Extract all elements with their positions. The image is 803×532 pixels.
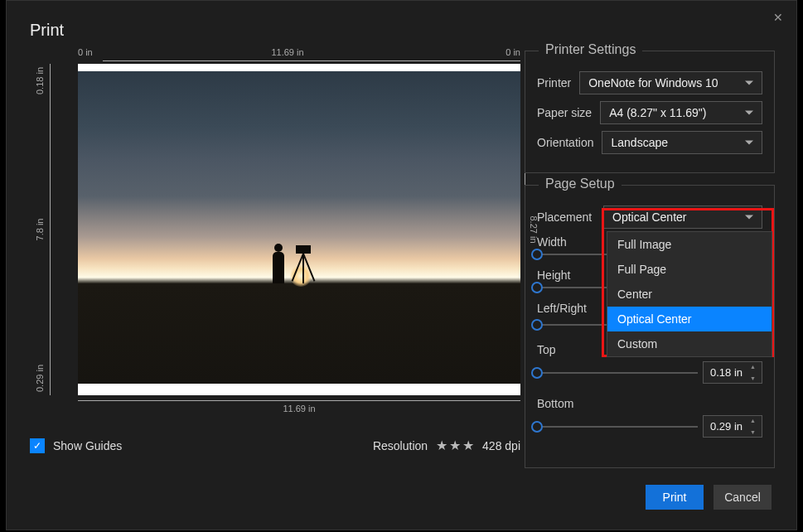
resolution-stars: ★ ★ ★ — [436, 438, 474, 453]
ruler-bottom: 11.69 in — [78, 399, 520, 415]
top-input[interactable]: 0.18 in ▲▼ — [703, 361, 762, 384]
preview-image — [78, 71, 520, 384]
ruler-top-end: 0 in — [506, 47, 520, 57]
placement-option[interactable]: Full Image — [607, 232, 772, 257]
orientation-select[interactable]: Landscape — [602, 131, 762, 154]
placement-option[interactable]: Full Page — [607, 257, 772, 282]
printer-settings-panel: Printer Settings Printer OneNote for Win… — [525, 51, 775, 173]
bottom-label: Bottom — [537, 397, 762, 410]
placement-option[interactable]: Center — [607, 282, 772, 307]
placement-option[interactable]: Optical Center — [607, 307, 772, 331]
show-guides-checkbox[interactable]: ✓ Show Guides — [30, 438, 122, 453]
star-icon: ★ — [436, 438, 447, 453]
spinner-icon[interactable]: ▲▼ — [750, 364, 758, 381]
resolution-indicator: Resolution ★ ★ ★ 428 dpi — [373, 438, 520, 453]
ruler-left-bottom: 0.29 in — [35, 365, 45, 392]
top-slider[interactable] — [537, 372, 698, 374]
ruler-bottom-center: 11.69 in — [283, 404, 315, 414]
printer-label: Printer — [537, 76, 571, 89]
bottom-input[interactable]: 0.29 in ▲▼ — [703, 415, 762, 438]
page-preview — [78, 64, 520, 395]
ruler-top-start: 0 in — [78, 47, 93, 57]
placement-select[interactable]: Optical Center — [603, 206, 762, 229]
preview-footer: ✓ Show Guides Resolution ★ ★ ★ 428 dpi — [30, 438, 520, 453]
print-dialog: ✕ Print 0 in 11.69 in 0 in 0.18 in 7.8 i… — [6, 0, 797, 530]
bottom-slider[interactable] — [537, 426, 698, 428]
cancel-button[interactable]: Cancel — [714, 485, 772, 510]
print-button[interactable]: Print — [646, 485, 704, 510]
print-preview: 0 in 11.69 in 0 in 0.18 in 7.8 in 0.29 i… — [30, 47, 520, 64]
printer-select[interactable]: OneNote for Windows 10 — [579, 71, 762, 94]
placement-dropdown[interactable]: Full ImageFull PageCenterOptical CenterC… — [607, 231, 772, 357]
orientation-label: Orientation — [537, 136, 593, 149]
ruler-left-center: 7.8 in — [35, 219, 45, 241]
placement-label: Placement — [537, 210, 595, 224]
ruler-left: 0.18 in 7.8 in 0.29 in — [30, 64, 55, 395]
show-guides-label: Show Guides — [53, 439, 122, 452]
checkbox-icon: ✓ — [30, 438, 45, 453]
resolution-value: 428 dpi — [482, 439, 520, 452]
ruler-top-center: 11.69 in — [271, 47, 303, 57]
spinner-icon[interactable]: ▲▼ — [750, 418, 758, 435]
page-setup-title: Page Setup — [539, 177, 622, 191]
star-icon: ★ — [449, 438, 461, 453]
resolution-label: Resolution — [373, 439, 428, 452]
dialog-title: Print — [30, 21, 64, 40]
ruler-left-top: 0.18 in — [35, 67, 45, 94]
paper-size-select[interactable]: A4 (8.27" x 11.69") — [600, 101, 762, 124]
paper-size-label: Paper size — [537, 106, 592, 119]
placement-option[interactable]: Custom — [607, 331, 772, 356]
dialog-footer-buttons: Print Cancel — [646, 485, 772, 510]
star-icon: ★ — [462, 438, 474, 453]
printer-settings-title: Printer Settings — [539, 42, 642, 57]
ruler-top: 0 in 11.69 in 0 in — [55, 47, 520, 64]
close-icon[interactable]: ✕ — [773, 11, 783, 24]
